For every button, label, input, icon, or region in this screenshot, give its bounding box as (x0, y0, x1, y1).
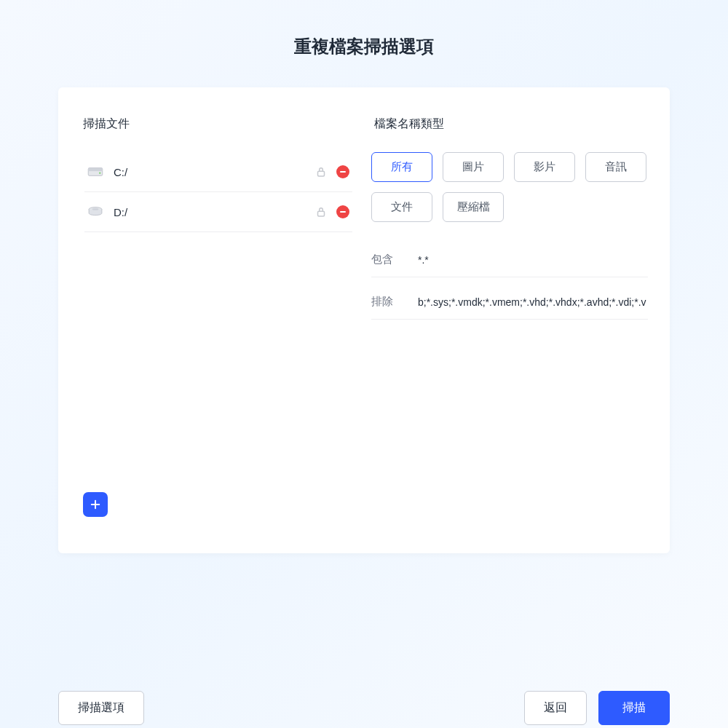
type-chip-group: 所有 圖片 影片 音訊 文件 壓縮檔 (371, 152, 648, 222)
drive-label: C:/ (114, 166, 314, 178)
add-location-button[interactable] (83, 492, 108, 517)
svg-point-2 (99, 173, 100, 174)
scan-locations-column: 掃描文件 C:/ (80, 116, 357, 531)
svg-point-5 (92, 208, 99, 210)
drive-row[interactable]: D:/ (84, 192, 352, 232)
exclude-row: 排除 (371, 285, 648, 320)
type-chip-document[interactable]: 文件 (371, 192, 432, 222)
type-chip-video[interactable]: 影片 (514, 152, 575, 182)
exclude-input[interactable] (418, 296, 646, 308)
page-title: 重複檔案掃描選項 (0, 0, 728, 87)
remove-drive-icon[interactable] (336, 165, 349, 178)
back-button[interactable]: 返回 (524, 691, 587, 725)
include-row: 包含 (371, 242, 648, 277)
type-chip-all[interactable]: 所有 (371, 152, 432, 182)
svg-rect-1 (88, 168, 103, 171)
svg-rect-3 (318, 171, 325, 176)
type-chip-image[interactable]: 圖片 (443, 152, 504, 182)
drive-row[interactable]: C:/ (84, 152, 352, 192)
remove-drive-icon[interactable] (336, 205, 349, 218)
file-type-heading: 檔案名稱類型 (371, 116, 648, 132)
drive-list: C:/ D:/ (80, 152, 357, 232)
drive-label: D:/ (114, 206, 314, 218)
drive-icon (87, 206, 103, 218)
exclude-label: 排除 (371, 295, 418, 309)
include-label: 包含 (371, 253, 418, 266)
file-type-column: 檔案名稱類型 所有 圖片 影片 音訊 文件 壓縮檔 包含 排除 (371, 116, 648, 531)
footer: 掃描選項 返回 掃描 (0, 691, 728, 728)
include-input[interactable] (418, 254, 646, 266)
lock-icon[interactable] (314, 205, 328, 218)
type-chip-audio[interactable]: 音訊 (585, 152, 646, 182)
svg-rect-6 (318, 211, 325, 216)
options-card: 掃描文件 C:/ (58, 87, 670, 553)
scan-button[interactable]: 掃描 (598, 691, 670, 725)
scan-options-button[interactable]: 掃描選項 (58, 691, 144, 725)
scan-locations-heading: 掃描文件 (80, 116, 357, 132)
drive-icon (87, 166, 103, 178)
type-chip-archive[interactable]: 壓縮檔 (443, 192, 504, 222)
lock-icon[interactable] (314, 165, 328, 178)
